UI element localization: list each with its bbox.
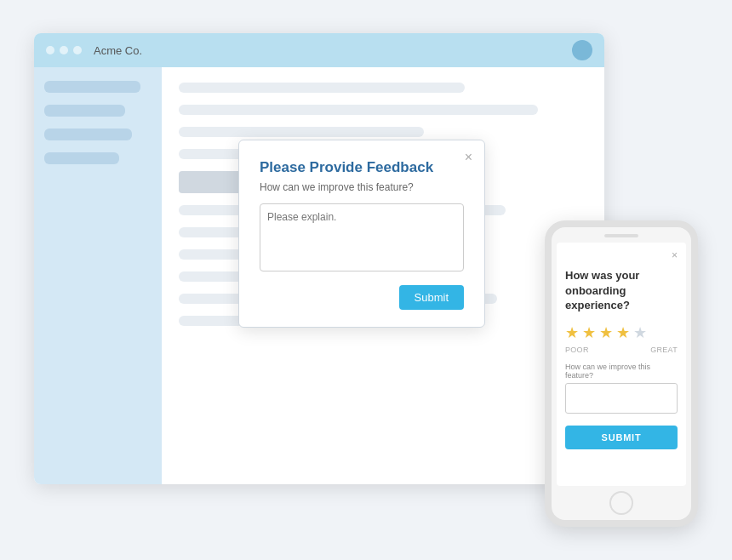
phone-feedback-textarea[interactable] xyxy=(565,383,678,414)
star-3[interactable]: ★ xyxy=(599,323,613,342)
scene: Acme Co. xyxy=(34,33,698,527)
star-5[interactable]: ★ xyxy=(633,323,647,342)
phone-speaker xyxy=(604,234,638,237)
label-poor: POOR xyxy=(565,346,589,354)
star-2[interactable]: ★ xyxy=(582,323,596,342)
phone-improve-label: How can we improve this feature? xyxy=(565,363,678,380)
phone-close-button[interactable]: × xyxy=(672,249,678,261)
browser-content: × Please Provide Feedback How can we imp… xyxy=(34,67,604,484)
modal-close-button[interactable]: × xyxy=(465,151,472,164)
phone-submit-button[interactable]: SUBMIT xyxy=(565,426,678,449)
modal-overlay: × Please Provide Feedback How can we imp… xyxy=(162,67,604,484)
feedback-modal: × Please Provide Feedback How can we imp… xyxy=(238,140,485,328)
browser-title: Acme Co. xyxy=(94,44,142,57)
browser-window: Acme Co. xyxy=(34,33,604,484)
modal-footer: Submit xyxy=(260,285,464,310)
sidebar-item xyxy=(44,129,132,140)
sidebar xyxy=(34,67,162,484)
submit-button[interactable]: Submit xyxy=(399,285,464,310)
star-rating[interactable]: ★ ★ ★ ★ ★ xyxy=(565,323,678,342)
phone-screen: × How was your onboarding experience? ★ … xyxy=(557,243,686,486)
star-labels: POOR GREAT xyxy=(565,346,678,354)
phone-device: × How was your onboarding experience? ★ … xyxy=(545,220,698,527)
modal-subtitle: How can we improve this feature? xyxy=(260,181,464,193)
sidebar-item xyxy=(44,152,119,164)
main-content: × Please Provide Feedback How can we imp… xyxy=(162,67,604,484)
phone-home-button[interactable] xyxy=(609,491,633,515)
modal-title: Please Provide Feedback xyxy=(260,159,464,176)
sidebar-item xyxy=(44,105,125,117)
window-dot-2 xyxy=(60,46,68,54)
star-4[interactable]: ★ xyxy=(616,323,630,342)
phone-question: How was your onboarding experience? xyxy=(565,268,678,313)
browser-titlebar: Acme Co. xyxy=(34,33,604,67)
sidebar-item xyxy=(44,81,140,93)
feedback-textarea[interactable] xyxy=(260,203,464,271)
window-dot-3 xyxy=(73,46,82,54)
star-1[interactable]: ★ xyxy=(565,323,579,342)
avatar xyxy=(572,40,592,60)
label-great: GREAT xyxy=(650,346,678,354)
window-dot-1 xyxy=(46,46,54,54)
